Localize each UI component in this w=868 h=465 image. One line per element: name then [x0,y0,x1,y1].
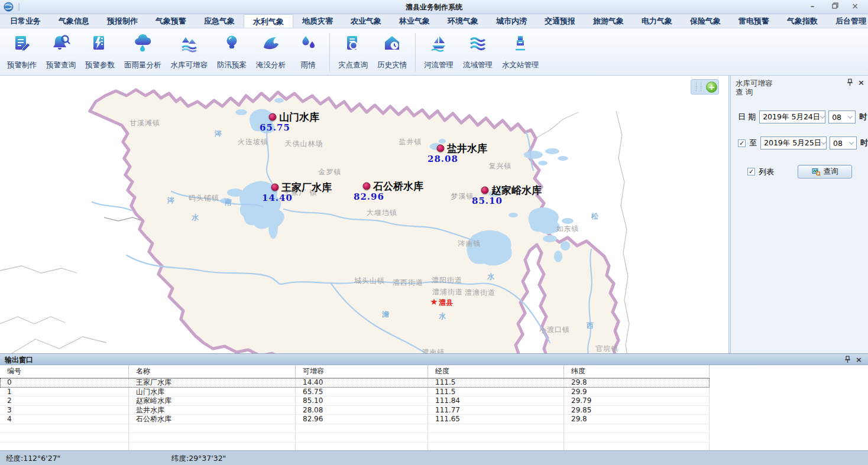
table-cell [296,433,428,443]
menu-item-地质灾害[interactable]: 地质灾害 [293,14,342,28]
reservoir-value: 65.75 [260,122,290,133]
column-header-可增容[interactable]: 可增容 [296,365,428,378]
to-checkbox[interactable]: ✓ [738,139,746,147]
map-canvas[interactable]: 甘溪滩镇火连坡镇天供山林场金罗镇盐井镇复兴镇码头铺镇梦溪镇大堰垱镇涔南镇如东镇城… [0,76,728,353]
table-cell: 111.5 [428,388,564,397]
menu-item-农业气象[interactable]: 农业气象 [342,14,390,28]
toolbar-雨情[interactable]: 雨情 [290,31,326,74]
table-cell: 盐井水库 [129,406,296,415]
toolbar-面雨量分析[interactable]: 面雨量分析 [119,31,166,74]
table-row-石公桥水库[interactable]: 4石公桥水库82.96111.6529.8 [0,415,710,424]
status-latitude: 纬度:29°37'32" [171,454,226,464]
toolbar-预警制作[interactable]: 预警制作 [2,31,41,74]
column-header-纬度[interactable]: 纬度 [564,365,710,378]
reservoir-marker-山门水库[interactable] [269,113,277,121]
menu-bar: 日常业务气象信息预报制作气象预警应急气象水利气象地质灾害农业气象林业气象环境气象… [0,14,868,28]
doc-magnifier-icon [344,34,362,53]
toolbar-预警参数[interactable]: 预警参数 [80,31,119,74]
close-button[interactable]: × [847,2,863,12]
column-header-经度[interactable]: 经度 [428,365,564,378]
menu-item-水利气象[interactable]: 水利气象 [244,14,293,28]
table-row-赵家峪水库[interactable]: 2赵家峪水库85.10111.8429.79 [0,396,710,406]
panel-header: 水库可增容 查 询 × [731,76,868,97]
menu-item-交通预报[interactable]: 交通预报 [536,14,584,28]
list-checkbox[interactable]: ✓ [747,168,755,175]
town-label: 城头山镇 [354,276,385,286]
reservoir-marker-王家厂水库[interactable] [271,184,279,191]
output-title: 输出窗口 [5,355,33,365]
table-cell: 4 [0,415,129,424]
toolbar-灾点查询[interactable]: 灾点查询 [333,31,373,74]
toolbar-历史灾情[interactable]: 历史灾情 [373,31,412,74]
maximize-button[interactable] [827,2,843,12]
drag-grip-icon[interactable]: ⋮⋮⋮⋮ [694,83,703,91]
river-label: 西 [587,321,594,331]
reservoir-marker-石公桥水库[interactable] [363,183,371,190]
column-header-编号[interactable]: 编号 [0,365,129,378]
column-header-名称[interactable]: 名称 [129,365,296,378]
menu-item-日常业务[interactable]: 日常业务 [1,14,50,28]
table-cell: 14.40 [296,378,428,388]
table-cell [0,433,129,443]
sailboat-icon [429,34,448,53]
toolbar-水文站管理[interactable]: 水文站管理 [497,31,544,74]
toolbar-水库可增容[interactable]: 水库可增容 [166,31,213,74]
town-label: 小渡口镇 [539,325,570,335]
trees-water-icon [180,34,199,53]
menu-item-环境气象[interactable]: 环境气象 [439,14,487,28]
table-cell: 111.84 [428,396,564,406]
river-label: 水 [192,213,199,223]
town-label: 澧澹街道 [465,288,495,298]
town-label: 澧南镇 [422,347,445,354]
toolbar-淹没分析[interactable]: 淹没分析 [251,31,290,74]
to-hour-select[interactable]: 08 [830,136,857,149]
reservoir-marker-赵家峪水库[interactable] [481,187,489,194]
menu-item-城市内涝[interactable]: 城市内涝 [487,14,536,28]
output-close-icon[interactable]: × [856,356,862,363]
menu-item-气象信息[interactable]: 气象信息 [50,14,98,28]
zoom-in-button[interactable]: + [706,82,717,93]
pin-icon[interactable] [847,79,853,86]
query-button[interactable]: 查询 [798,165,852,178]
toolbar-河流管理[interactable]: 河流管理 [419,31,458,74]
table-cell: 111.77 [428,406,564,415]
menu-item-保险气象[interactable]: 保险气象 [681,14,730,28]
from-hour-select[interactable]: 08 [828,110,856,123]
table-row-王家厂水库[interactable]: 0王家厂水库14.40111.529.8 [0,378,710,388]
from-date-select[interactable]: 2019年 5月24日 [759,110,825,123]
pin-icon[interactable] [844,356,851,363]
menu-item-林业气象[interactable]: 林业气象 [390,14,439,28]
toolbar-separator [415,33,416,71]
table-cell: 29.79 [564,396,710,406]
to-date-select[interactable]: 2019年 5月25日 [760,136,827,149]
menu-item-旅游气象[interactable]: 旅游气象 [584,14,633,28]
panel-close-icon[interactable]: × [858,79,864,86]
table-cell: 1 [0,388,129,397]
toolbar-预警查询[interactable]: 预警查询 [41,31,80,74]
river-label: 水 [439,311,446,321]
panel-title: 水库可增容 [736,79,863,87]
chevron-down-icon [846,111,855,123]
menu-item-应急气象[interactable]: 应急气象 [195,14,244,28]
minimize-button[interactable]: – [804,2,821,12]
menu-item-气象预警[interactable]: 气象预警 [147,14,195,28]
toolbar-流域管理[interactable]: 流域管理 [458,31,497,74]
menu-item-气象指数[interactable]: 气象指数 [778,14,827,28]
menu-item-预报制作[interactable]: 预报制作 [98,14,147,28]
table-cell: 85.10 [296,396,428,406]
table-row-山门水库[interactable]: 1山门水库65.75111.529.9 [0,388,710,397]
table-cell [564,424,710,434]
menu-item-电力气象[interactable]: 电力气象 [633,14,681,28]
reservoir-marker-盐井水库[interactable] [437,145,445,152]
table-cell: 山门水库 [129,388,296,397]
table-cell [129,433,296,443]
table-cell: 65.75 [296,388,428,397]
river-label: 涔 [215,129,222,139]
table-row-盐井水库[interactable]: 3盐井水库28.08111.7729.85 [0,406,710,415]
menu-item-后台管理[interactable]: 后台管理 [827,14,868,28]
chevron-down-icon [820,111,825,123]
toolbar-防汛预案[interactable]: 防汛预案 [212,31,251,74]
table-cell [0,424,129,434]
menu-item-雷电预警[interactable]: 雷电预警 [730,14,778,28]
table-cell: 石公桥水库 [129,415,296,424]
